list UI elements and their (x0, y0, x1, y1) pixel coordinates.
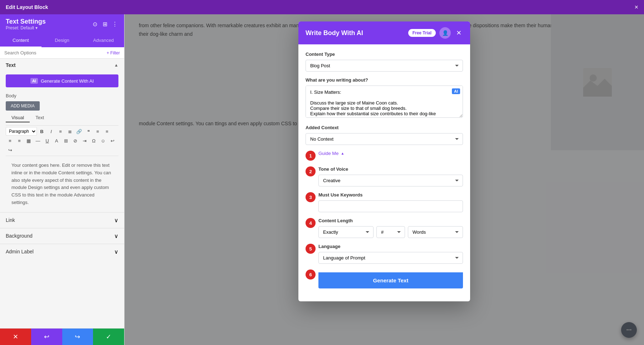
left-panel: Text Settings Preset: Default ▾ ⊙ ⊞ ⋮ Co… (0, 14, 125, 345)
filter-button[interactable]: + Filter (107, 50, 120, 55)
bottom-toolbar: ✕ ↩ ↪ ✓ (0, 328, 124, 345)
writing-topic-group: What are you writing about? I. Size Matt… (306, 77, 463, 119)
editor-content[interactable]: Your content goes here. Edit or remove t… (6, 159, 118, 209)
redo-toolbar-button[interactable]: ↪ (6, 146, 14, 154)
tabs-row: Content Design Advanced (0, 34, 124, 47)
right-area: from other feline companions. With remar… (125, 14, 644, 345)
step-4-badge: 4 (306, 218, 316, 228)
media-button[interactable]: ⊞ (62, 136, 70, 145)
panel-header: Text Settings Preset: Default ▾ ⊙ ⊞ ⋮ (0, 14, 124, 34)
top-bar: Edit Layout Block × (0, 0, 644, 14)
quote-button[interactable]: ❝ (84, 127, 93, 136)
undo-toolbar-button[interactable]: ↩ (108, 136, 117, 145)
text-section-label: Text (6, 62, 16, 68)
step-3-badge: 3 (306, 192, 316, 202)
redo-button[interactable]: ↪ (62, 329, 93, 345)
modal-overlay: Write Body With AI Free Trial 👤 ✕ Conten… (125, 14, 644, 345)
tab-content[interactable]: Content (0, 34, 42, 47)
modal-header: Write Body With AI Free Trial 👤 ✕ (298, 21, 470, 44)
tab-advanced[interactable]: Advanced (83, 34, 124, 47)
language-label: Language (318, 244, 463, 249)
chevron-up-icon: ▲ (114, 63, 118, 68)
modal-close-button[interactable]: ✕ (454, 29, 463, 37)
link-button[interactable]: 🔗 (75, 127, 83, 136)
special-char-button[interactable]: Ω (89, 136, 98, 145)
words-select[interactable]: Words (408, 226, 463, 238)
editor-text: Your content goes here. Edit or remove t… (11, 162, 111, 205)
text-section-header[interactable]: Text ▲ (0, 59, 124, 72)
tone-of-voice-select[interactable]: Creative (318, 175, 463, 186)
added-context-select[interactable]: No Context (306, 133, 463, 145)
fullscreen-icon[interactable]: ⊙ (91, 21, 98, 28)
background-section[interactable]: Background ∨ (0, 228, 124, 244)
added-context-label: Added Context (306, 125, 463, 130)
emoji-button[interactable]: ☺ (99, 136, 107, 145)
align-justify-button[interactable]: ≡ (15, 136, 24, 145)
align-center-button[interactable]: ≡ (103, 127, 111, 136)
search-bar: + Filter (0, 47, 124, 59)
writing-topic-textarea[interactable]: I. Size Matters: Discuss the large size … (306, 86, 463, 118)
color-button[interactable]: A (52, 136, 61, 145)
guide-me-row: Guide Me ▲ (318, 151, 463, 156)
more-icon[interactable]: ⋮ (111, 21, 118, 28)
visual-tab[interactable]: Visual (6, 113, 30, 122)
undo-button[interactable]: ↩ (31, 329, 62, 345)
textarea-wrapper: I. Size Matters: Discuss the large size … (306, 86, 463, 119)
indent-button[interactable]: ⇥ (80, 136, 89, 145)
panel-title: Text Settings (6, 18, 46, 25)
hr-button[interactable]: — (34, 136, 42, 145)
text-tab[interactable]: Text (30, 113, 50, 122)
step-6-badge: 6 (306, 269, 316, 280)
close-icon[interactable]: × (634, 4, 638, 11)
background-section-label: Background (6, 233, 33, 239)
add-media-button[interactable]: ADD MEDIA (6, 101, 40, 111)
content-type-select[interactable]: Blog Post (306, 60, 463, 72)
search-input[interactable] (4, 50, 104, 55)
italic-button[interactable]: I (47, 127, 55, 136)
tab-design[interactable]: Design (42, 34, 83, 47)
guide-me-link[interactable]: Guide Me (318, 151, 338, 156)
content-length-row: Exactly # Words (318, 226, 463, 238)
split-icon[interactable]: ⊞ (101, 21, 108, 28)
underline-button[interactable]: U (43, 136, 52, 145)
step-5-badge: 5 (306, 244, 316, 254)
exactly-select[interactable]: Exactly (318, 226, 374, 238)
step-3-content: Must Use Keywords (318, 192, 463, 212)
ai-textarea-badge: AI (452, 88, 460, 94)
content-length-label: Content Length (318, 218, 463, 223)
panel-header-icons: ⊙ ⊞ ⋮ (91, 21, 118, 28)
free-trial-badge[interactable]: Free Trial (408, 29, 436, 37)
panel-subtitle[interactable]: Preset: Default ▾ (6, 25, 46, 30)
keywords-input[interactable] (318, 200, 463, 212)
step-2-content: Tone of Voice Creative (318, 166, 463, 186)
align-left-button[interactable]: ≡ (93, 127, 102, 136)
editor-toolbar: Paragraph B I ≡ ≣ 🔗 ❝ ≡ ≡ ≡ ≡ ▦ — U A ⊞ … (6, 125, 118, 156)
step-1-row: 1 Guide Me ▲ (306, 151, 463, 161)
ol-button[interactable]: ≣ (65, 127, 74, 136)
generate-content-label: Generate Content With AI (41, 78, 94, 84)
align-right-button[interactable]: ≡ (6, 136, 14, 145)
ul-button[interactable]: ≡ (56, 127, 65, 136)
user-icon: 👤 (439, 27, 451, 39)
link-chevron-icon: ∨ (114, 217, 118, 224)
link-section[interactable]: Link ∨ (0, 212, 124, 228)
generate-content-button[interactable]: AI Generate Content With AI (6, 74, 118, 87)
ai-icon: AI (30, 78, 38, 84)
step-6-content: Generate Text (318, 269, 463, 288)
step-4-content: Content Length Exactly # Words (318, 218, 463, 238)
ai-modal: Write Body With AI Free Trial 👤 ✕ Conten… (298, 21, 470, 301)
clear-button[interactable]: ⊘ (71, 136, 79, 145)
admin-label-section[interactable]: Admin Label ∨ (0, 244, 124, 259)
paragraph-select[interactable]: Paragraph (6, 127, 37, 136)
admin-chevron-icon: ∨ (114, 248, 118, 255)
body-label: Body (6, 93, 118, 98)
cancel-button[interactable]: ✕ (0, 329, 31, 345)
table-button[interactable]: ▦ (24, 136, 33, 145)
step-4-row: 4 Content Length Exactly # (306, 218, 463, 238)
generate-text-button[interactable]: Generate Text (318, 272, 463, 288)
language-select[interactable]: Language of Prompt (318, 252, 463, 264)
number-select[interactable]: # (376, 226, 405, 238)
step-6-row: 6 Generate Text (306, 269, 463, 288)
bold-button[interactable]: B (38, 127, 46, 136)
save-button[interactable]: ✓ (93, 329, 124, 345)
